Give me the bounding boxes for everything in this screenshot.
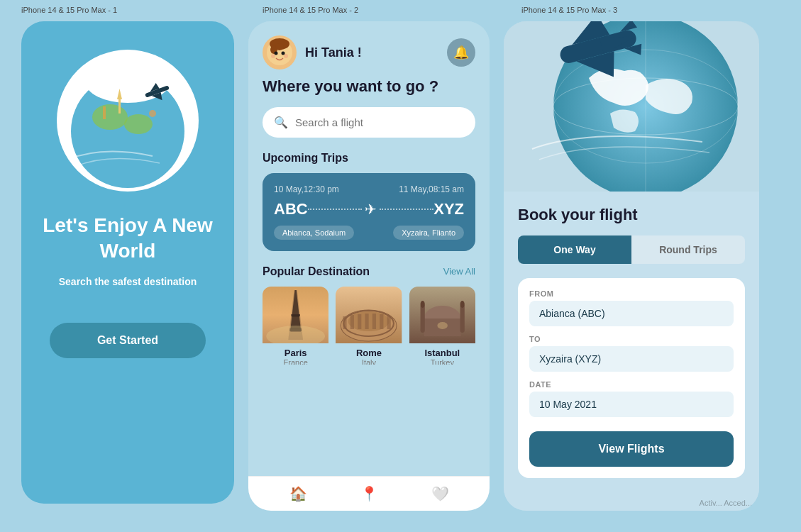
svg-rect-37 — [372, 314, 376, 329]
device-label-1: iPhone 14 & 15 Pro Max - 1 — [21, 6, 117, 14]
svg-point-2 — [92, 104, 128, 130]
destinations-grid: Paris France — [263, 287, 475, 365]
svg-point-17 — [275, 52, 278, 55]
view-flights-button[interactable]: View Flights — [529, 431, 734, 467]
avatar — [263, 35, 297, 70]
svg-rect-8 — [118, 99, 121, 113]
search-box[interactable]: 🔍 — [263, 107, 475, 138]
svg-point-16 — [275, 43, 284, 50]
svg-rect-43 — [420, 304, 424, 333]
from-field[interactable]: Abianca (ABC) — [529, 301, 734, 326]
svg-rect-38 — [380, 314, 384, 329]
device-label-3: iPhone 14 & 15 Pro Max - 3 — [521, 6, 617, 14]
home-nav-icon[interactable]: 🏠 — [289, 485, 307, 502]
watermark: Activ... Acced... — [700, 499, 752, 507]
svg-rect-36 — [365, 314, 369, 329]
svg-rect-27 — [291, 314, 299, 316]
svg-point-11 — [149, 110, 156, 117]
notification-button[interactable]: 🔔 — [447, 38, 475, 67]
popular-label: Popular Destination — [263, 265, 370, 278]
bottom-nav: 🏠 📍 🤍 — [248, 476, 490, 511]
arrive-time: 11 May,08:15 am — [399, 184, 464, 194]
view-all-link[interactable]: View All — [443, 266, 475, 277]
upcoming-trips-header: Upcoming Trips — [263, 152, 475, 165]
svg-rect-10 — [103, 106, 106, 119]
device-label-2: iPhone 14 & 15 Pro Max - 2 — [263, 6, 358, 14]
screen-1: Let's Enjoy A New World Search the safes… — [21, 21, 234, 504]
from-code: ABC — [274, 200, 308, 218]
trip-type-toggle: One Way Round Trips — [518, 235, 745, 264]
screen-3: Book your flight One Way Round Trips FRO… — [504, 21, 759, 511]
search-input[interactable] — [295, 116, 464, 128]
screen3-globe-illustration — [504, 21, 759, 192]
svg-point-20 — [284, 54, 288, 58]
istanbul-city: Istanbul — [409, 348, 475, 358]
svg-rect-35 — [358, 314, 361, 329]
screen-2: Hi Tania ! 🔔 Where you want to go ? 🔍 Up… — [248, 21, 490, 511]
paris-city: Paris — [263, 348, 328, 358]
date-field[interactable]: 10 May 2021 — [529, 392, 734, 417]
round-trips-button[interactable]: Round Trips — [631, 235, 745, 264]
date-label: DATE — [529, 380, 734, 389]
booking-form: FROM Abianca (ABC) To Xyzaira (XYZ) DATE… — [518, 278, 745, 478]
destination-paris[interactable]: Paris France — [263, 287, 328, 365]
screen1-title: Let's Enjoy A New World — [35, 213, 220, 265]
one-way-button[interactable]: One Way — [518, 235, 631, 264]
route-line: ✈ — [308, 201, 434, 218]
istanbul-country: Turkey — [409, 358, 475, 365]
greeting-text: Hi Tania ! — [305, 45, 447, 60]
svg-rect-39 — [387, 316, 391, 329]
rome-country: Italy — [336, 358, 402, 365]
paris-country: France — [263, 358, 328, 365]
svg-point-19 — [271, 54, 275, 58]
from-label: FROM — [529, 289, 734, 298]
trip-route: ABC ✈ XYZ — [274, 200, 464, 218]
favorites-nav-icon[interactable]: 🤍 — [431, 485, 449, 502]
upcoming-trips-label: Upcoming Trips — [263, 152, 348, 165]
to-field[interactable]: Xyzaira (XYZ) — [529, 346, 734, 372]
get-started-button[interactable]: Get Started — [50, 323, 206, 358]
where-heading: Where you want to go ? — [263, 77, 475, 97]
to-code: XYZ — [433, 200, 464, 218]
to-label: To — [529, 335, 734, 343]
svg-point-44 — [420, 301, 424, 308]
svg-rect-33 — [343, 316, 347, 329]
svg-rect-45 — [460, 304, 464, 333]
svg-point-18 — [282, 52, 285, 55]
screen2-header: Hi Tania ! 🔔 — [248, 21, 490, 77]
screen2-content: Where you want to go ? 🔍 Upcoming Trips … — [248, 77, 490, 476]
airline-tag-2: Xyzaira, Flianto — [393, 226, 464, 240]
plane-icon: ✈ — [365, 201, 377, 218]
destination-rome[interactable]: Rome Italy — [336, 287, 402, 365]
bell-icon: 🔔 — [453, 45, 469, 60]
book-title: Book your flight — [518, 206, 745, 224]
destination-istanbul[interactable]: Istanbul Turkey — [409, 287, 475, 365]
screen1-subtitle: Search the safest destination — [59, 276, 197, 287]
location-nav-icon[interactable]: 📍 — [360, 485, 378, 502]
trip-airlines: Abianca, Sodaium Xyzaira, Flianto — [274, 226, 464, 240]
svg-point-3 — [124, 114, 153, 134]
depart-time: 10 May,12:30 pm — [274, 184, 339, 194]
screen3-content: Book your flight One Way Round Trips FRO… — [504, 192, 759, 511]
trip-card[interactable]: 10 May,12:30 pm 11 May,08:15 am ABC ✈ XY… — [263, 173, 475, 251]
airline-tag-1: Abianca, Sodaium — [274, 226, 354, 240]
popular-destinations-header: Popular Destination View All — [263, 265, 475, 278]
svg-rect-34 — [350, 315, 354, 329]
globe-illustration — [57, 50, 199, 192]
rome-city: Rome — [336, 348, 402, 358]
trip-times: 10 May,12:30 pm 11 May,08:15 am — [274, 184, 464, 194]
svg-rect-47 — [437, 322, 448, 329]
svg-point-46 — [460, 301, 464, 308]
search-icon: 🔍 — [274, 116, 288, 129]
